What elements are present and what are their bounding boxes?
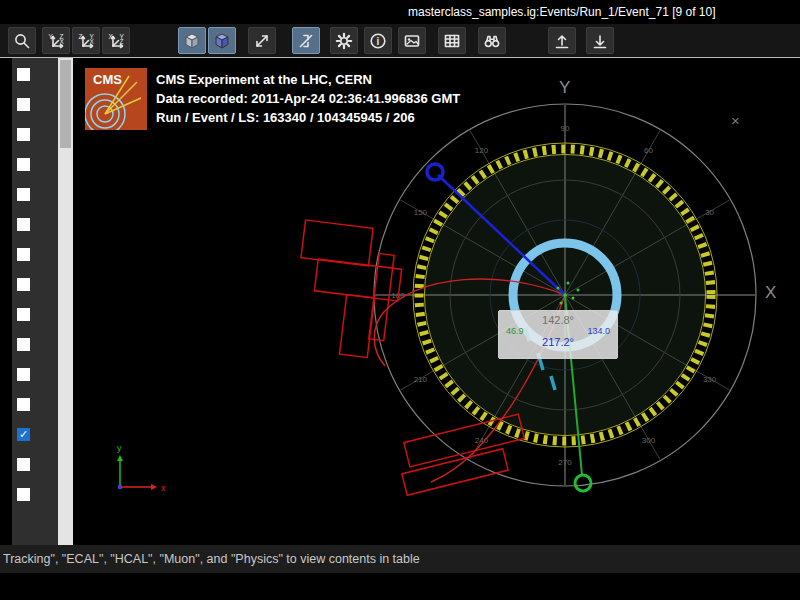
axis-view-yx-icon: YXZ bbox=[47, 32, 65, 50]
collection-checkbox[interactable] bbox=[17, 218, 30, 231]
image-export-icon bbox=[403, 32, 421, 50]
info-icon: i bbox=[369, 32, 387, 50]
y-axis-label: Y bbox=[559, 78, 570, 98]
tooltip-angle-bottom: 217.2° bbox=[499, 336, 617, 348]
cube-3d-icon bbox=[183, 32, 201, 50]
status-text: Tracking", "ECAL", "HCAL", "Muon", and "… bbox=[3, 552, 420, 566]
collection-checkbox[interactable] bbox=[17, 488, 30, 501]
collection-checkbox[interactable] bbox=[17, 368, 30, 381]
download-button[interactable] bbox=[586, 27, 614, 54]
angle-label: 270 bbox=[558, 458, 572, 467]
muon-endpoint-green[interactable] bbox=[575, 475, 591, 491]
image-export-button[interactable] bbox=[398, 27, 426, 54]
toolbar: YXZ ZXY XZY bbox=[0, 24, 800, 58]
axis-view-xz-icon: XZY bbox=[107, 32, 125, 50]
collections-sidebar: ✓ bbox=[0, 58, 73, 545]
svg-text:Y: Y bbox=[49, 32, 54, 39]
zoom-button[interactable] bbox=[8, 27, 36, 54]
event-info-line-3: Run / Event / LS: 163340 / 104345945 / 2… bbox=[156, 108, 460, 127]
zoom-icon bbox=[13, 32, 31, 50]
collection-checkbox[interactable] bbox=[17, 98, 30, 111]
collection-checkbox[interactable] bbox=[17, 128, 30, 141]
perspective-view-button[interactable] bbox=[178, 27, 206, 54]
axis-view-zx-button[interactable]: ZXY bbox=[72, 27, 100, 54]
reset-zoom-icon bbox=[297, 32, 315, 50]
collection-checkbox[interactable] bbox=[17, 158, 30, 171]
settings-button[interactable] bbox=[330, 27, 358, 54]
event-display-canvas[interactable]: 306090120150180210240270300330 bbox=[73, 58, 800, 545]
status-bar: Tracking", "ECAL", "HCAL", "Muon", and "… bbox=[0, 545, 800, 573]
download-icon bbox=[591, 32, 609, 50]
tooltip-left-value: 46.9 bbox=[506, 326, 524, 336]
svg-text:Z: Z bbox=[79, 32, 83, 39]
expand-view-icon bbox=[253, 32, 271, 50]
muon-endpoint-blue[interactable] bbox=[427, 164, 443, 180]
svg-text:Y: Y bbox=[90, 32, 95, 39]
axis-view-zx-icon: ZXY bbox=[77, 32, 95, 50]
collection-checkbox[interactable] bbox=[17, 278, 30, 291]
event-info-line-2: Data recorded: 2011-Apr-24 02:36:41.9968… bbox=[156, 89, 460, 108]
svg-text:Y: Y bbox=[120, 32, 125, 39]
event-header: CMS CMS Experiment at the LHC, CERN Data… bbox=[85, 68, 460, 130]
orthographic-view-button[interactable] bbox=[208, 27, 236, 54]
cms-logo: CMS bbox=[85, 68, 147, 130]
measurement-tooltip: 142.8° 46.9 134.0 217.2° bbox=[498, 310, 618, 359]
axis-view-xz-button[interactable]: XZY bbox=[102, 27, 130, 54]
collection-checkbox[interactable]: ✓ bbox=[17, 428, 30, 441]
collection-checkbox[interactable] bbox=[17, 68, 30, 81]
close-icon[interactable]: × bbox=[731, 112, 740, 129]
angle-label: 60 bbox=[644, 146, 653, 155]
axis-view-yx-button[interactable]: YXZ bbox=[42, 27, 70, 54]
angle-label: 330 bbox=[703, 375, 717, 384]
tooltip-right-value: 134.0 bbox=[587, 326, 610, 336]
collection-checkbox[interactable] bbox=[17, 458, 30, 471]
titlebar: masterclass_samples.ig:Events/Run_1/Even… bbox=[0, 0, 800, 24]
cms-logo-text: CMS bbox=[93, 72, 122, 87]
window-title: masterclass_samples.ig:Events/Run_1/Even… bbox=[408, 5, 716, 19]
angle-label: 150 bbox=[414, 208, 428, 217]
sidebar-scrollbar[interactable] bbox=[58, 58, 73, 545]
x-axis-label: X bbox=[765, 283, 776, 303]
collection-checkbox[interactable] bbox=[17, 338, 30, 351]
orientation-triad: x y bbox=[117, 443, 166, 493]
detector-view: 306090120150180210240270300330 bbox=[73, 58, 800, 545]
svg-text:i: i bbox=[377, 35, 380, 46]
triad-y-label: y bbox=[117, 443, 122, 453]
angle-label: 30 bbox=[705, 208, 714, 217]
gear-icon bbox=[335, 32, 353, 50]
find-event-button[interactable] bbox=[478, 27, 506, 54]
upload-icon bbox=[553, 32, 571, 50]
info-button[interactable]: i bbox=[364, 27, 392, 54]
reset-zoom-button[interactable] bbox=[292, 27, 320, 54]
angle-label: 210 bbox=[414, 375, 428, 384]
collection-checkbox[interactable] bbox=[17, 398, 30, 411]
binoculars-icon bbox=[483, 32, 501, 50]
collection-checkbox-list: ✓ bbox=[0, 58, 58, 545]
angle-label: 90 bbox=[561, 124, 570, 133]
svg-text:Z: Z bbox=[60, 32, 64, 39]
tooltip-angle-top: 142.8° bbox=[499, 314, 617, 326]
collection-checkbox[interactable] bbox=[17, 188, 30, 201]
event-info-line-1: CMS Experiment at the LHC, CERN bbox=[156, 70, 460, 89]
table-view-button[interactable] bbox=[438, 27, 466, 54]
table-icon bbox=[443, 32, 461, 50]
cube-3d-alt-icon bbox=[213, 32, 231, 50]
triad-x-label: x bbox=[161, 483, 166, 493]
scrollbar-thumb[interactable] bbox=[60, 60, 71, 148]
collection-checkbox[interactable] bbox=[17, 248, 30, 261]
angle-label: 300 bbox=[642, 436, 656, 445]
svg-text:X: X bbox=[109, 32, 114, 39]
expand-view-button[interactable] bbox=[248, 27, 276, 54]
upload-button[interactable] bbox=[548, 27, 576, 54]
collection-checkbox[interactable] bbox=[17, 308, 30, 321]
angle-label: 120 bbox=[475, 146, 489, 155]
